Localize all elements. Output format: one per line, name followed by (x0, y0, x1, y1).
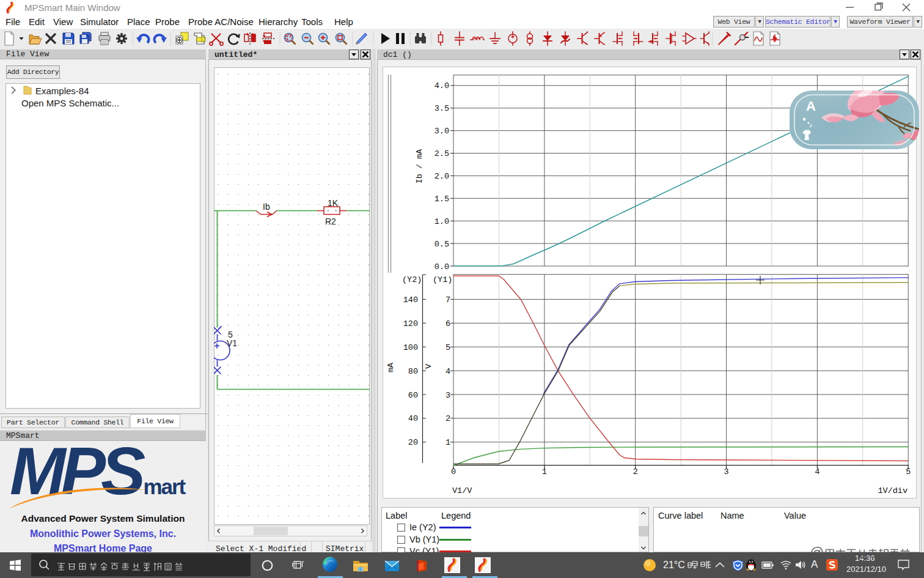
svg-text:2.0: 2.0 (435, 172, 449, 181)
svg-text:mA: mA (386, 362, 395, 372)
svg-text:1.0: 1.0 (435, 217, 449, 226)
svg-text:40: 40 (408, 414, 418, 423)
svg-text:1V/div: 1V/div (878, 486, 908, 495)
svg-text:A: A (806, 98, 816, 114)
svg-text:140: 140 (403, 295, 418, 305)
svg-text:V: V (424, 363, 433, 369)
svg-text:0.0: 0.0 (435, 262, 449, 272)
svg-text:(Y2): (Y2) (402, 275, 422, 284)
svg-text:2: 2 (446, 414, 450, 423)
svg-text:1.5: 1.5 (435, 195, 449, 204)
svg-text:@: @ (810, 546, 824, 561)
svg-text:7: 7 (446, 295, 450, 305)
svg-text:4.0: 4.0 (435, 81, 449, 91)
svg-text:20: 20 (408, 438, 418, 447)
svg-text:0.5: 0.5 (435, 240, 449, 249)
svg-text:100: 100 (403, 343, 418, 352)
svg-text:80: 80 (408, 367, 418, 376)
svg-text:60: 60 (408, 391, 418, 400)
svg-text:1: 1 (446, 438, 450, 447)
svg-text:(Y1): (Y1) (433, 275, 452, 284)
svg-text:2.5: 2.5 (435, 149, 449, 158)
svg-text:120: 120 (403, 319, 418, 328)
svg-text:4: 4 (446, 367, 450, 376)
svg-text:V1/V: V1/V (452, 486, 472, 495)
svg-text:5: 5 (446, 343, 450, 352)
svg-text:Ib / mA: Ib / mA (415, 149, 424, 184)
svg-text:3.5: 3.5 (435, 104, 449, 113)
svg-text:3.0: 3.0 (435, 127, 449, 136)
svg-text:6: 6 (446, 319, 450, 328)
svg-text:3: 3 (446, 391, 450, 400)
